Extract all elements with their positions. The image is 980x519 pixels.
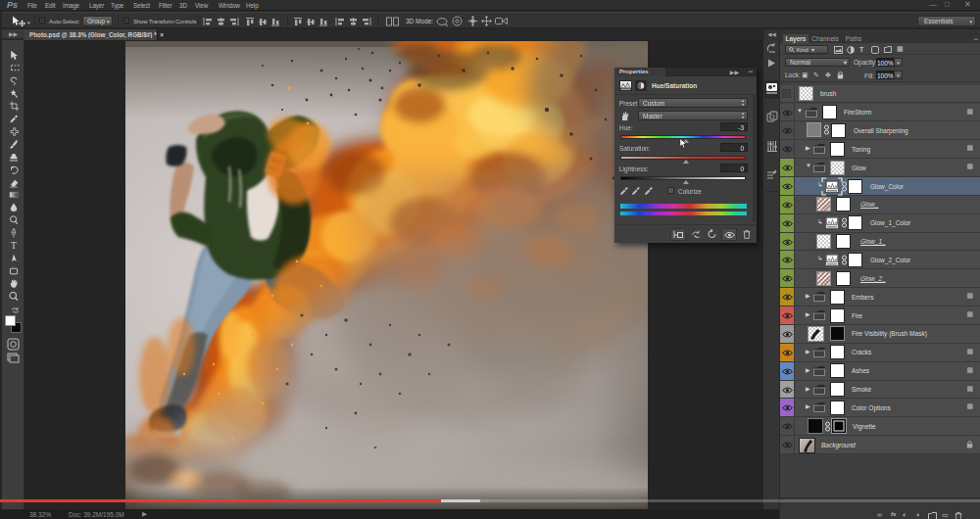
svg-text:T: T — [11, 240, 17, 251]
